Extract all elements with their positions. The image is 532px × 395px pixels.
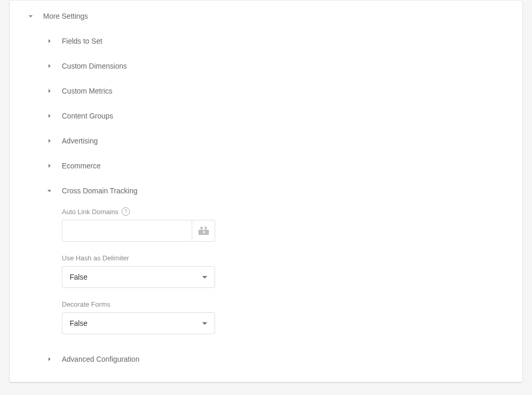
chevron-right-icon (44, 86, 55, 96)
ecommerce-header[interactable]: Ecommerce (10, 153, 522, 178)
caret-down-icon (202, 276, 207, 279)
ecommerce-label: Ecommerce (62, 162, 101, 170)
chevron-right-icon (44, 111, 55, 121)
chevron-right-icon (44, 354, 55, 364)
use-hash-as-delimiter-label: Use Hash as Delimiter (62, 254, 129, 262)
use-hash-as-delimiter-value: False (70, 273, 87, 281)
chevron-right-icon (44, 36, 55, 46)
chevron-right-icon (44, 61, 55, 71)
more-settings-label: More Settings (43, 12, 88, 20)
chevron-down-icon (25, 11, 36, 21)
help-icon[interactable]: ? (122, 207, 130, 216)
use-hash-as-delimiter-label-row: Use Hash as Delimiter (62, 254, 501, 262)
decorate-forms-label-row: Decorate Forms (62, 300, 501, 308)
custom-metrics-header[interactable]: Custom Metrics (10, 78, 522, 103)
decorate-forms-label: Decorate Forms (62, 300, 110, 308)
auto-link-domains-input-row: + (62, 220, 215, 242)
cross-domain-tracking-label: Cross Domain Tracking (62, 187, 138, 195)
cross-domain-form: Auto Link Domains ? + Use Hash as Delimi… (10, 207, 522, 334)
auto-link-domains-label-row: Auto Link Domains ? (62, 207, 501, 216)
chevron-right-icon (44, 136, 55, 146)
auto-link-domains-group: Auto Link Domains ? + (62, 207, 501, 242)
variable-picker-button[interactable]: + (192, 220, 215, 242)
use-hash-as-delimiter-group: Use Hash as Delimiter False (62, 254, 501, 288)
more-settings-header[interactable]: More Settings (10, 4, 522, 29)
decorate-forms-select[interactable]: False (62, 312, 215, 334)
cross-domain-tracking-header[interactable]: Cross Domain Tracking (10, 178, 522, 203)
decorate-forms-group: Decorate Forms False (62, 300, 501, 334)
custom-dimensions-label: Custom Dimensions (62, 62, 127, 70)
block-plus-icon: + (197, 227, 210, 235)
use-hash-as-delimiter-select[interactable]: False (62, 266, 215, 288)
chevron-right-icon (44, 161, 55, 171)
custom-metrics-label: Custom Metrics (62, 87, 112, 95)
custom-dimensions-header[interactable]: Custom Dimensions (10, 54, 522, 78)
content-groups-label: Content Groups (62, 112, 113, 120)
caret-down-icon (202, 322, 207, 325)
advertising-label: Advertising (62, 137, 98, 145)
chevron-down-icon (44, 186, 55, 196)
auto-link-domains-label: Auto Link Domains (62, 208, 118, 216)
fields-to-set-header[interactable]: Fields to Set (10, 29, 522, 54)
content-groups-header[interactable]: Content Groups (10, 103, 522, 128)
settings-card: More Settings Fields to Set Custom Dimen… (10, 0, 522, 382)
auto-link-domains-input[interactable] (62, 220, 192, 242)
advanced-configuration-label: Advanced Configuration (62, 355, 139, 363)
decorate-forms-value: False (70, 319, 87, 327)
fields-to-set-label: Fields to Set (62, 37, 102, 45)
advertising-header[interactable]: Advertising (10, 128, 522, 153)
divider (10, 0, 522, 1)
advanced-configuration-header[interactable]: Advanced Configuration (10, 347, 522, 372)
